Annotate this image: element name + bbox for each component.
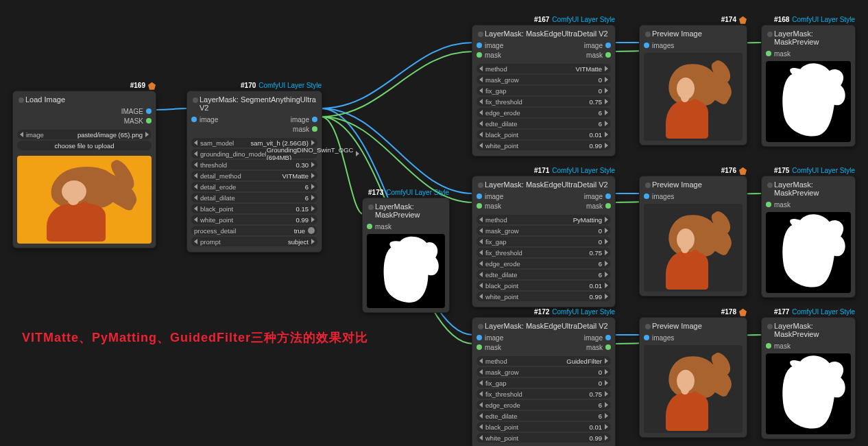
node-header: #176 (721, 167, 747, 175)
node-title[interactable]: LayerMask: MaskEdgeUltraDetail V2 (472, 318, 615, 333)
widget-mask_grow[interactable]: mask_grow0 (477, 226, 611, 235)
widget-fix_threshold[interactable]: fix_threshold0.75 (477, 97, 611, 106)
port-out-mask[interactable]: mask (586, 51, 603, 59)
node-mask-preview-175[interactable]: #175ComfyUI Layer Style LayerMask: MaskP… (761, 176, 856, 298)
widget-edte_dilate[interactable]: edte_dilate6 (477, 270, 611, 279)
port-out-mask[interactable]: MASK (124, 117, 143, 125)
node-title[interactable]: Preview Image (640, 176, 747, 191)
widget-fix_gap[interactable]: fix_gap0 (477, 237, 611, 246)
node-mask-preview-173[interactable]: #173ComfyUI Layer Style LayerMask: MaskP… (362, 198, 450, 313)
port-in-image[interactable]: image (200, 116, 218, 124)
port-out-image[interactable]: image (584, 193, 603, 200)
widget-mask_grow[interactable]: mask_grow0 (477, 75, 611, 84)
port-in-image[interactable]: image (485, 334, 503, 342)
node-mask-preview-177[interactable]: #177ComfyUI Layer Style LayerMask: MaskP… (761, 317, 856, 439)
widget-threshold[interactable]: threshold0.30 (191, 160, 317, 169)
node-segment-anything[interactable]: #170ComfyUI Layer Style LayerMask: Segme… (186, 91, 322, 253)
widget-black_point[interactable]: black_point0.01 (477, 281, 611, 290)
node-title[interactable]: LayerMask: MaskPreview (762, 176, 855, 200)
port-in-images[interactable]: images (652, 42, 674, 49)
node-mask-edge-171[interactable]: #171ComfyUI Layer Style LayerMask: MaskE… (472, 176, 616, 307)
node-title[interactable]: LayerMask: MaskPreview (762, 318, 855, 341)
port-in-mask[interactable]: mask (375, 223, 391, 231)
port-in-image[interactable]: image (485, 42, 503, 49)
widget-grounding_dino_model[interactable]: grounding_dino_modelGroundingDINO_SwinT_… (191, 149, 317, 159)
port-out-image[interactable]: image (584, 334, 603, 342)
widget-process_detail[interactable]: process_detailtrue (191, 226, 317, 235)
port-in-mask[interactable]: mask (485, 51, 501, 59)
node-title[interactable]: Preview Image (640, 25, 747, 40)
node-header: #172ComfyUI Layer Style (534, 308, 615, 316)
node-title[interactable]: LayerMask: MaskEdgeUltraDetail V2 (472, 25, 615, 40)
widget-prompt[interactable]: promptsubject (191, 237, 317, 246)
node-mask-preview-168[interactable]: #168ComfyUI Layer Style LayerMask: MaskP… (761, 25, 856, 147)
node-mask-edge-167[interactable]: #167ComfyUI Layer Style LayerMask: MaskE… (472, 25, 616, 156)
port-in-images[interactable]: images (652, 334, 674, 342)
node-title[interactable]: LayerMask: MaskPreview (363, 198, 449, 222)
widget-edge_erode[interactable]: edge_erode6 (477, 259, 611, 268)
widget-method[interactable]: methodPyMatting (477, 215, 611, 224)
port-out-mask[interactable]: mask (586, 202, 603, 210)
node-header: #170ComfyUI Layer Style (241, 82, 322, 89)
widget-black_point[interactable]: black_point0.15 (191, 204, 317, 213)
widget-white_point[interactable]: white_point0.99 (477, 141, 611, 150)
node-load-image[interactable]: #169 Load Image IMAGE MASK imagepasted/i… (12, 91, 156, 248)
preview-thumbnail (644, 204, 743, 292)
node-header: #173ComfyUI Layer Style (368, 189, 449, 196)
fox-icon (739, 309, 747, 316)
widget-edge_erode[interactable]: edge_erode6 (477, 400, 611, 410)
port-out-image[interactable]: image (584, 42, 603, 49)
fox-icon (148, 82, 156, 90)
node-header: #171ComfyUI Layer Style (534, 167, 615, 174)
widget-edte_dilate[interactable]: edte_dilate6 (477, 119, 611, 128)
widget-detail_dilate[interactable]: detail_dilate6 (191, 193, 317, 202)
node-preview-174[interactable]: #174 Preview Image images (639, 25, 747, 145)
loaded-image-preview (17, 156, 152, 244)
mask-thumbnail (766, 212, 851, 293)
port-in-images[interactable]: images (652, 193, 674, 200)
node-title[interactable]: LayerMask: SegmentAnythingUltra V2 (187, 91, 322, 115)
annotation-text: VITMatte、PyMatting、GuidedFilter三种方法的效果对比 (22, 329, 368, 346)
widget-edge_erode[interactable]: edge_erode6 (477, 108, 611, 117)
fox-icon (739, 167, 747, 175)
mask-thumbnail (766, 61, 851, 142)
widget-image-file[interactable]: imagepasted/image (65).png (17, 130, 152, 139)
widget-edte_dilate[interactable]: edte_dilate6 (477, 411, 611, 421)
widget-method[interactable]: methodGuidedFilter (477, 356, 611, 366)
node-title[interactable]: Load Image (13, 91, 156, 106)
node-header: #178 (721, 308, 747, 316)
widget-white_point[interactable]: white_point0.99 (191, 215, 317, 224)
widget-black_point[interactable]: black_point0.01 (477, 130, 611, 139)
widget-fix_threshold[interactable]: fix_threshold0.75 (477, 389, 611, 399)
widget-mask_grow[interactable]: mask_grow0 (477, 367, 611, 377)
node-title[interactable]: LayerMask: MaskPreview (762, 25, 855, 49)
widget-method[interactable]: methodVITMatte (477, 64, 611, 73)
upload-button[interactable]: choose file to upload (17, 141, 152, 150)
widget-black_point[interactable]: black_point0.01 (477, 422, 611, 432)
widget-fix_threshold[interactable]: fix_threshold0.75 (477, 248, 611, 257)
widget-list: sam_modelsam_vit_h (2.56GB)grounding_din… (187, 137, 322, 252)
port-in-mask[interactable]: mask (774, 342, 791, 350)
node-title[interactable]: Preview Image (640, 318, 747, 333)
node-mask-edge-172[interactable]: #172ComfyUI Layer Style LayerMask: MaskE… (472, 317, 616, 446)
widget-detail_method[interactable]: detail_methodVITMatte (191, 171, 317, 180)
widget-white_point[interactable]: white_point0.99 (477, 292, 611, 301)
port-in-mask[interactable]: mask (774, 201, 791, 209)
port-in-mask[interactable]: mask (774, 50, 791, 58)
widget-fix_gap[interactable]: fix_gap0 (477, 86, 611, 95)
port-in-mask[interactable]: mask (485, 202, 501, 210)
port-out-mask[interactable]: mask (293, 126, 309, 133)
node-preview-178[interactable]: #178 Preview Image images (639, 317, 747, 438)
port-in-mask[interactable]: mask (485, 344, 501, 351)
port-out-image[interactable]: image (291, 116, 309, 124)
widget-fix_gap[interactable]: fix_gap0 (477, 378, 611, 388)
widget-white_point[interactable]: white_point0.99 (477, 433, 611, 443)
node-preview-176[interactable]: #176 Preview Image images (639, 176, 747, 296)
fox-icon (739, 16, 747, 24)
port-out-mask[interactable]: mask (586, 344, 603, 351)
port-out-image[interactable]: IMAGE (121, 108, 143, 115)
node-title[interactable]: LayerMask: MaskEdgeUltraDetail V2 (472, 176, 615, 191)
widget-detail_erode[interactable]: detail_erode6 (191, 182, 317, 191)
node-header: #168ComfyUI Layer Style (774, 16, 855, 23)
port-in-image[interactable]: image (485, 193, 503, 200)
